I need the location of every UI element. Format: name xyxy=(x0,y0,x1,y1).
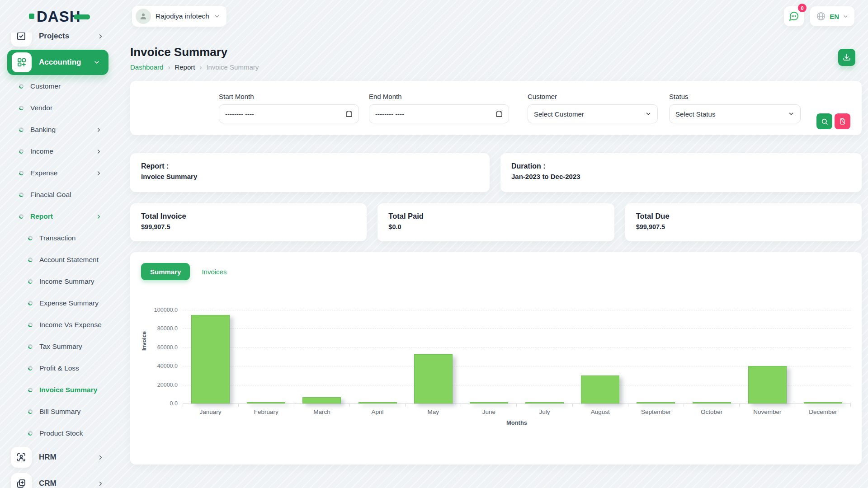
bar-march[interactable] xyxy=(302,397,341,404)
sidebar-item-finacial-goal[interactable]: Finacial Goal xyxy=(0,184,116,206)
messages-button[interactable]: 0 xyxy=(784,6,804,26)
sidebar-item-product-stock[interactable]: Product Stock xyxy=(0,422,116,444)
sidebar-item-hrm[interactable]: HRM xyxy=(0,444,116,470)
bar-december[interactable] xyxy=(804,402,842,404)
end-month-input[interactable]: -------- ---- xyxy=(369,104,509,123)
language-code: EN xyxy=(830,13,839,20)
breadcrumb-dashboard[interactable]: Dashboard xyxy=(130,63,163,71)
filter-panel: Start Month -------- ---- End Month ----… xyxy=(130,81,862,135)
report-value: Invoice Summary xyxy=(141,173,479,180)
sidebar-item-tax-summary[interactable]: Tax Summary xyxy=(0,336,116,357)
logo-area: DASH xyxy=(0,9,116,24)
duration-label: Duration : xyxy=(511,162,851,170)
sidebar-item-income-summary[interactable]: Income Summary xyxy=(0,271,116,292)
sidebar-item-label: Invoice Summary xyxy=(39,386,97,394)
sidebar-item-invoice-summary[interactable]: Invoice Summary xyxy=(0,379,116,401)
x-label-november: November xyxy=(740,408,795,415)
main-content: Invoice Summary Dashboard › Report › Inv… xyxy=(116,33,868,488)
chevron-down-icon xyxy=(843,14,849,19)
sidebar-item-profit-loss[interactable]: Profit & Loss xyxy=(0,357,116,379)
bar-slot xyxy=(294,310,349,404)
sidebar-item-bill-summary[interactable]: Bill Summary xyxy=(0,401,116,422)
tab-invoices[interactable]: Invoices xyxy=(193,263,236,280)
bullet-icon xyxy=(28,344,33,349)
chevron-right-icon: › xyxy=(199,63,202,71)
total-due-value: $99,907.5 xyxy=(636,223,851,230)
sidebar-item-label: Product Stock xyxy=(39,429,83,437)
language-selector[interactable]: EN xyxy=(810,6,854,26)
duration-card: Duration : Jan-2023 to Dec-2023 xyxy=(500,153,862,192)
bar-slot xyxy=(238,310,294,404)
user-avatar-icon xyxy=(136,9,151,24)
bar-june[interactable] xyxy=(470,402,508,404)
sidebar-item-crm[interactable]: CRM xyxy=(0,470,116,488)
status-label: Status xyxy=(669,93,801,100)
filter-buttons xyxy=(816,113,850,129)
breadcrumb-report[interactable]: Report xyxy=(175,63,195,71)
bar-january[interactable] xyxy=(191,315,230,404)
total-invoice-card: Total Invoice $99,907.5 xyxy=(130,203,367,241)
customer-select[interactable]: Select Customer xyxy=(528,104,658,123)
sidebar-item-label: Bill Summary xyxy=(39,408,80,416)
bar-july[interactable] xyxy=(525,402,564,404)
total-due-label: Total Due xyxy=(636,212,851,221)
sidebar-item-expense-summary[interactable]: Expense Summary xyxy=(0,292,116,314)
total-paid-label: Total Paid xyxy=(388,212,603,221)
sidebar-item-account-statement[interactable]: Account Statement xyxy=(0,249,116,271)
chevron-right-icon xyxy=(97,454,104,461)
start-month-input[interactable]: -------- ---- xyxy=(219,104,359,123)
bar-august[interactable] xyxy=(581,375,619,404)
sidebar-item-label: Income Summary xyxy=(39,277,94,286)
x-axis-tick xyxy=(628,404,684,407)
bar-may[interactable] xyxy=(414,354,453,404)
sidebar-item-projects[interactable]: Projects xyxy=(0,33,116,49)
customer-select-value: Select Customer xyxy=(534,110,584,118)
bullet-icon xyxy=(19,84,24,89)
page-title: Invoice Summary xyxy=(130,45,862,59)
sidebar-item-label: Projects xyxy=(39,33,69,41)
sidebar-item-label: Income Vs Expense xyxy=(39,321,102,329)
sidebar-item-customer[interactable]: Customer xyxy=(0,75,116,97)
bar-september[interactable] xyxy=(637,402,675,404)
sidebar-item-label: HRM xyxy=(39,453,57,462)
y-tick-label: 40000.0 xyxy=(157,363,178,369)
download-button[interactable] xyxy=(838,49,855,66)
bar-april[interactable] xyxy=(359,402,397,404)
total-paid-card: Total Paid $0.0 xyxy=(377,203,614,241)
bar-slot xyxy=(461,310,517,404)
breadcrumb-current: Invoice Summary xyxy=(206,63,259,71)
grid-plus-icon xyxy=(12,52,32,72)
report-label: Report : xyxy=(141,162,479,170)
x-label-december: December xyxy=(795,408,851,415)
status-select[interactable]: Select Status xyxy=(669,104,801,123)
sidebar-item-expense[interactable]: Expense xyxy=(0,162,116,184)
sidebar-item-report[interactable]: Report xyxy=(0,206,116,227)
total-paid-value: $0.0 xyxy=(388,223,603,230)
sidebar-item-label: Report xyxy=(30,212,53,221)
sidebar-item-income[interactable]: Income xyxy=(0,141,116,162)
start-month-label: Start Month xyxy=(219,93,359,100)
x-label-april: April xyxy=(350,408,406,415)
bar-february[interactable] xyxy=(247,402,285,404)
x-label-october: October xyxy=(684,408,740,415)
company-selector[interactable]: Rajodiya infotech xyxy=(132,6,226,27)
report-info-row: Report : Invoice Summary Duration : Jan-… xyxy=(130,153,862,192)
x-axis-tick xyxy=(461,404,516,407)
bar-november[interactable] xyxy=(748,366,787,404)
page-head: Invoice Summary Dashboard › Report › Inv… xyxy=(130,45,862,71)
sidebar-item-transaction[interactable]: Transaction xyxy=(0,227,116,249)
reset-button[interactable] xyxy=(835,113,850,129)
search-button[interactable] xyxy=(816,113,832,129)
breadcrumb: Dashboard › Report › Invoice Summary xyxy=(130,63,862,71)
chevron-right-icon xyxy=(97,33,104,40)
brand-logo[interactable]: DASH xyxy=(29,9,90,24)
sidebar-item-label: Transaction xyxy=(39,234,75,242)
sidebar-item-income-vs-expense[interactable]: Income Vs Expense xyxy=(0,314,116,336)
totals-row: Total Invoice $99,907.5 Total Paid $0.0 … xyxy=(130,203,862,241)
bar-october[interactable] xyxy=(693,402,731,404)
x-label-february: February xyxy=(238,408,294,415)
sidebar-item-vendor[interactable]: Vendor xyxy=(0,97,116,119)
tab-summary[interactable]: Summary xyxy=(141,263,190,280)
sidebar-item-accounting[interactable]: Accounting xyxy=(7,50,108,75)
sidebar-item-banking[interactable]: Banking xyxy=(0,119,116,141)
